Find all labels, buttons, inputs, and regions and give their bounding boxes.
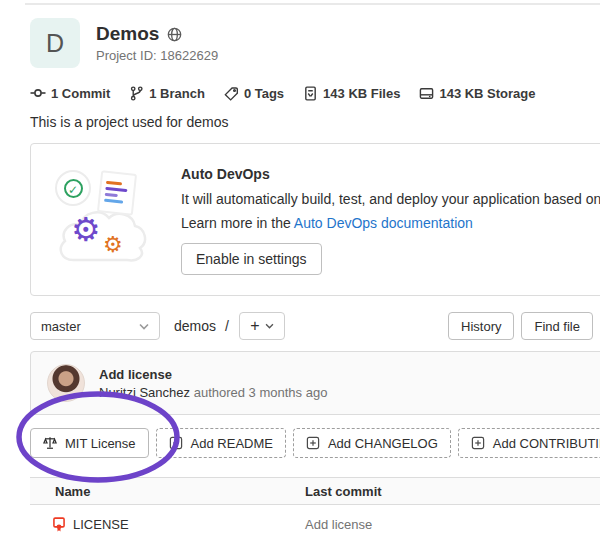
- stat-label: 1 Branch: [149, 86, 205, 101]
- file-name: LICENSE: [73, 517, 129, 532]
- stat-files[interactable]: 143 KB Files: [303, 86, 400, 101]
- project-page: D Demos Project ID: 18622629 1 Commit: [0, 0, 600, 541]
- file-table: Name Last commit LICENSE Add license: [30, 477, 600, 541]
- plus-icon: +: [250, 317, 259, 335]
- mit-license-button[interactable]: MIT License: [30, 428, 149, 458]
- stat-label: 1 Commit: [51, 86, 110, 101]
- tag-icon: [224, 86, 239, 101]
- plus-square-icon: [306, 436, 320, 450]
- learn-more-text: Learn more in the: [181, 215, 294, 231]
- commit-authored-time: authored 3 months ago: [194, 385, 328, 400]
- auto-devops-banner: ⚙ ⚙ ✓ Auto DevOps It will automatically …: [30, 143, 600, 296]
- button-label: MIT License: [65, 436, 136, 451]
- column-header-name: Name: [30, 484, 305, 499]
- add-readme-button[interactable]: Add README: [156, 428, 286, 458]
- stat-label: 143 KB Files: [323, 86, 400, 101]
- commit-message-link[interactable]: Add license: [99, 367, 327, 382]
- button-label: Add CHANGELOG: [328, 436, 438, 451]
- commit-author-link[interactable]: Nuritzi Sanchez: [99, 385, 190, 400]
- stat-storage[interactable]: 143 KB Storage: [419, 86, 535, 101]
- stat-label: 143 KB Storage: [439, 86, 535, 101]
- table-row[interactable]: LICENSE Add license: [30, 505, 600, 541]
- project-header: D Demos Project ID: 18622629: [30, 18, 600, 68]
- add-file-dropdown-button[interactable]: +: [239, 312, 285, 340]
- plus-square-icon: [471, 436, 485, 450]
- license-file-icon: [52, 517, 66, 532]
- branch-selector-value: master: [41, 319, 81, 334]
- branch-selector[interactable]: master: [30, 312, 160, 340]
- commit-icon: [30, 85, 46, 101]
- stat-label: 0 Tags: [244, 86, 284, 101]
- project-description: This is a project used for demos: [30, 114, 600, 130]
- auto-devops-body: It will automatically build, test, and d…: [181, 191, 600, 207]
- breadcrumb-separator: /: [225, 318, 229, 334]
- globe-icon: [167, 27, 182, 42]
- project-stats: 1 Commit 1 Branch 0 Tags 143 KB File: [30, 85, 600, 101]
- devops-illustration-icon: ⚙ ⚙ ✓: [55, 164, 147, 268]
- gear-icon: ⚙: [103, 232, 123, 257]
- stat-branches[interactable]: 1 Branch: [129, 86, 205, 101]
- chevron-down-icon: [139, 323, 149, 330]
- last-commit-box: Add license Nuritzi Sanchez authored 3 m…: [30, 351, 600, 415]
- storage-icon: [419, 86, 434, 101]
- scale-icon: [43, 436, 57, 450]
- check-bubble-icon: ✓: [55, 170, 91, 206]
- file-last-commit[interactable]: Add license: [305, 517, 600, 532]
- button-label: Add CONTRIBUTING: [493, 436, 600, 451]
- top-divider: [25, 3, 600, 5]
- author-avatar[interactable]: [47, 364, 85, 402]
- plus-square-icon: [169, 436, 183, 450]
- breadcrumb[interactable]: demos: [174, 318, 216, 334]
- auto-devops-doc-link[interactable]: Auto DevOps documentation: [294, 215, 473, 231]
- project-id: Project ID: 18622629: [96, 48, 218, 63]
- enable-in-settings-button[interactable]: Enable in settings: [181, 243, 322, 275]
- button-label: Add README: [191, 436, 273, 451]
- file-table-header: Name Last commit: [30, 477, 600, 505]
- files-icon: [303, 86, 318, 101]
- file-link-license[interactable]: LICENSE: [30, 517, 305, 532]
- stat-commits[interactable]: 1 Commit: [30, 85, 110, 101]
- checklist-icon: [97, 170, 137, 216]
- stat-tags[interactable]: 0 Tags: [224, 86, 284, 101]
- gear-icon: ⚙: [71, 210, 101, 249]
- project-avatar: D: [30, 18, 80, 68]
- chevron-down-icon: [265, 323, 274, 329]
- auto-devops-title: Auto DevOps: [181, 166, 600, 182]
- page-title: Demos: [96, 23, 159, 45]
- history-button[interactable]: History: [448, 312, 514, 340]
- add-changelog-button[interactable]: Add CHANGELOG: [293, 428, 451, 458]
- branch-icon: [129, 86, 144, 101]
- find-file-button[interactable]: Find file: [521, 312, 593, 340]
- column-header-last-commit: Last commit: [305, 484, 600, 499]
- tree-controls: master demos / + History Find file: [30, 312, 593, 340]
- file-suggestion-buttons: MIT License Add README Add CHANGELOG Add…: [30, 428, 600, 458]
- add-contributing-button[interactable]: Add CONTRIBUTING: [458, 428, 600, 458]
